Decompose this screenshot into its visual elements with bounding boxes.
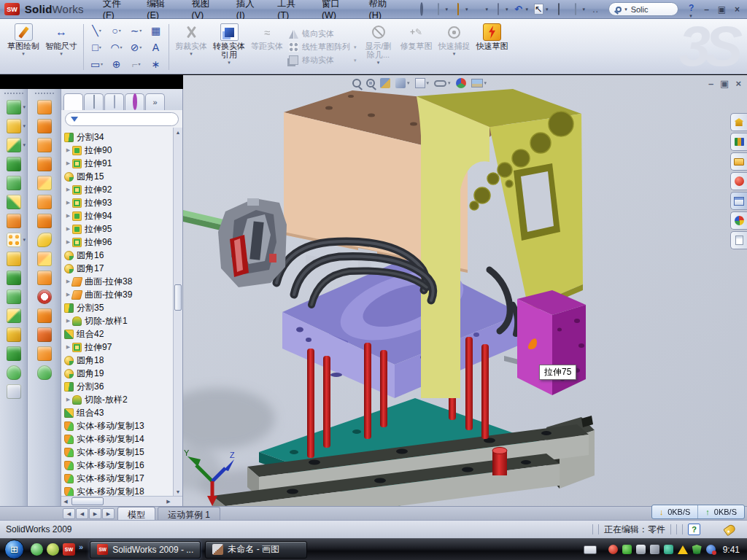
update-tray-icon[interactable] <box>706 545 716 554</box>
scroll-down-icon[interactable]: ▼ <box>174 487 182 496</box>
toolbar-grip[interactable] <box>4 93 23 96</box>
mold-tool-icon[interactable] <box>37 214 52 228</box>
tree-item[interactable]: ▶ 圆角18 <box>64 354 172 367</box>
tree-item[interactable]: ▶ 圆角15 <box>64 170 172 183</box>
sketch-entity-icon[interactable]: ▦ ▾ <box>146 22 166 39</box>
rebuild-icon[interactable] <box>551 2 566 16</box>
expand-arrow-icon[interactable]: ▶ <box>64 318 72 324</box>
expand-arrow-icon[interactable]: ▶ <box>64 239 72 245</box>
mold-tool-icon[interactable] <box>37 346 52 361</box>
feature-tool-icon[interactable] <box>7 176 21 190</box>
warning-tray-icon[interactable] <box>678 545 688 554</box>
pin-icon[interactable] <box>414 2 429 16</box>
taskbar-window-button[interactable]: SW SolidWorks 2009 - ... <box>90 541 201 559</box>
tree-item[interactable]: ▶ 实体-移动/复制17 <box>64 472 172 485</box>
mold-tool-icon[interactable] <box>37 308 52 323</box>
dropdown-arrow-icon[interactable]: ▾ <box>407 80 410 86</box>
doc-close-button[interactable]: × <box>735 79 741 89</box>
dimxpertmanager-tab[interactable] <box>125 93 144 110</box>
feature-tool-icon[interactable] <box>7 233 21 247</box>
sketch-entity-icon[interactable]: ╲ ▾ <box>87 22 107 39</box>
feature-tool-icon[interactable] <box>7 327 21 342</box>
feature-tool-icon[interactable] <box>7 308 21 323</box>
propertymanager-tab[interactable] <box>84 93 104 110</box>
save-icon[interactable] <box>471 2 486 16</box>
command-button[interactable]: 快速捕捉 ▾ <box>436 20 473 74</box>
dropdown-arrow-icon[interactable]: ▾ <box>484 80 487 86</box>
antivirus-tray-icon[interactable] <box>622 545 632 554</box>
undo-icon[interactable]: ↶ <box>511 2 526 16</box>
doc-minimize-button[interactable]: – <box>708 79 713 89</box>
dropdown-arrow-icon[interactable]: ▾ <box>23 142 26 148</box>
quick-tips-icon[interactable]: ? <box>688 524 700 535</box>
tree-item[interactable]: ▶ 拉伸94 <box>64 209 172 222</box>
command-button[interactable]: 显示/删除几... ▾ <box>360 20 398 74</box>
tree-horizontal-scrollbar[interactable]: ◀ ▶ <box>61 496 182 506</box>
tree-item[interactable]: ▶ 拉伸91 <box>64 157 172 170</box>
tree-item[interactable]: ▶ 分割35 <box>64 301 172 314</box>
hide-show-items-icon[interactable]: ▾ <box>434 80 451 87</box>
toolbar-grip[interactable] <box>35 93 54 96</box>
mold-tool-icon[interactable] <box>37 365 52 380</box>
solidworks-resources-tab[interactable] <box>730 113 747 131</box>
dropdown-arrow-icon[interactable]: ▾ <box>546 7 549 12</box>
mold-tool-icon[interactable] <box>37 233 52 247</box>
expand-arrow-icon[interactable]: ▶ <box>64 213 72 219</box>
tree-item[interactable]: ▶ 拉伸97 <box>64 341 172 354</box>
feature-tool-icon[interactable] <box>7 365 21 380</box>
mold-tool-icon[interactable] <box>37 195 52 209</box>
taskbar-window-button[interactable]: 未命名 - 画图 <box>205 541 307 559</box>
feature-tool-icon[interactable] <box>7 157 21 171</box>
command-button[interactable]: 修复草图 ▾ <box>398 20 436 74</box>
feature-tool-icon[interactable] <box>7 271 21 285</box>
feature-tool-icon[interactable] <box>7 252 21 266</box>
dropdown-arrow-icon[interactable]: ▾ <box>448 80 451 86</box>
keyboard-layout-icon[interactable] <box>584 545 597 554</box>
dropdown-arrow-icon[interactable]: ▾ <box>427 80 430 86</box>
command-button[interactable]: 快速草图 ▾ <box>473 20 511 74</box>
custom-properties-tab[interactable] <box>730 231 747 249</box>
scrollbar-thumb[interactable] <box>71 497 104 505</box>
sketch-entity-icon[interactable]: A ▾ <box>146 39 166 55</box>
tree-filter-input[interactable] <box>65 112 179 126</box>
mold-tool-icon[interactable] <box>37 289 52 304</box>
tab-nav-button[interactable]: ◀ <box>76 508 88 519</box>
mold-tool-icon[interactable] <box>37 157 52 171</box>
feature-tool-icon[interactable] <box>7 195 21 209</box>
tree-item[interactable]: ▶ 圆角17 <box>64 262 172 275</box>
scroll-right-icon[interactable]: ▶ <box>164 497 173 506</box>
open-icon[interactable] <box>451 2 465 16</box>
configurationmanager-tab[interactable] <box>104 93 124 110</box>
zoom-fit-icon[interactable]: ▾ <box>352 79 361 88</box>
sketch-entity-icon[interactable]: ⊘ ▾ <box>126 39 146 55</box>
tree-item[interactable]: ▶ 分割34 <box>64 131 172 144</box>
network-tray-icon[interactable] <box>664 545 673 554</box>
feature-tool-icon[interactable] <box>7 138 21 152</box>
clamp-assembly[interactable] <box>218 198 287 287</box>
security-alert-tray-icon[interactable] <box>608 545 618 554</box>
expand-arrow-icon[interactable]: ▶ <box>64 344 72 350</box>
mold-tool-icon[interactable] <box>37 100 52 114</box>
mold-tool-icon[interactable] <box>37 138 52 152</box>
taskbar-clock[interactable]: 9:41 <box>723 545 740 555</box>
tree-item[interactable]: ▶ 拉伸93 <box>64 196 172 209</box>
dropdown-arrow-icon[interactable]: ▾ <box>465 7 468 12</box>
feature-tool-icon[interactable] <box>7 384 21 399</box>
dropdown-arrow-icon[interactable]: ▾ <box>228 60 231 66</box>
solidworks-quicklaunch-icon[interactable]: SW <box>63 543 75 556</box>
command-button[interactable]: 镜向实体 ▾ <box>289 28 357 39</box>
tree-item[interactable]: ▶ 圆角16 <box>64 249 172 262</box>
tree-item[interactable]: ▶ 切除-放样1 <box>64 314 172 327</box>
feature-tool-icon[interactable] <box>7 119 21 133</box>
search-results-tab[interactable] <box>730 172 747 190</box>
mold-tool-icon[interactable] <box>37 327 52 342</box>
display-style-icon[interactable]: ▾ <box>415 78 430 88</box>
command-button[interactable]: 线性草图阵列 ▾ <box>289 42 357 52</box>
tree-item[interactable]: ▶ 实体-移动/复制14 <box>64 432 172 446</box>
mold-tool-icon[interactable] <box>37 271 52 285</box>
scroll-left-icon[interactable]: ◀ <box>61 497 70 506</box>
mold-tool-icon[interactable] <box>37 176 52 190</box>
sketch-entity-icon[interactable]: ∼ ▾ <box>126 22 146 39</box>
tree-item[interactable]: ▶ 曲面-拉伸38 <box>64 275 172 288</box>
tree-item[interactable]: ▶ 曲面-拉伸39 <box>64 288 172 301</box>
